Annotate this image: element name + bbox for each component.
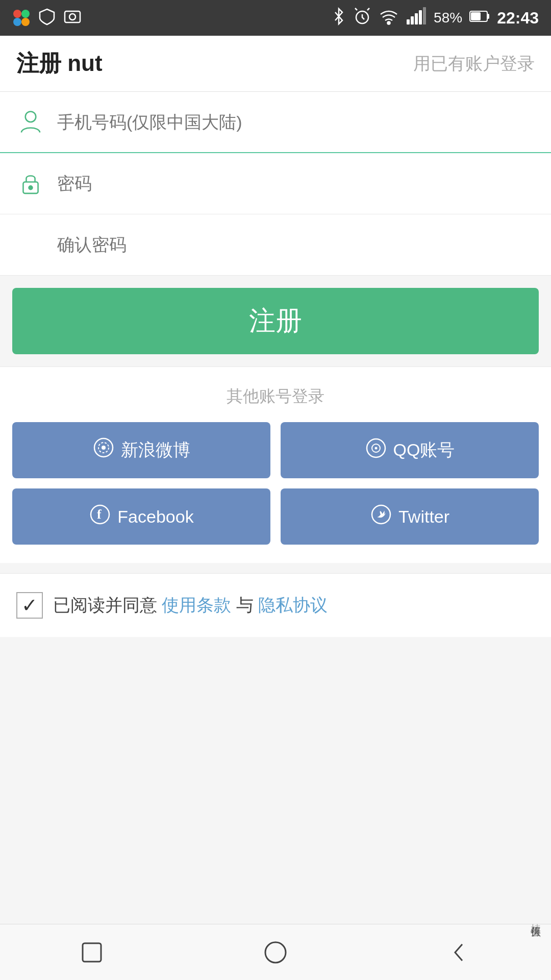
svg-point-18 (26, 111, 36, 122)
social-login-grid: 新浪微博 QQ账号 f (0, 422, 551, 563)
main-content: 注册 其他账号登录 新浪微博 (0, 92, 551, 924)
terms-prefix: 已阅读并同意 (53, 595, 162, 615)
person-icon (16, 108, 45, 136)
confirm-password-input[interactable] (57, 235, 535, 255)
svg-rect-30 (83, 943, 101, 962)
svg-rect-4 (65, 11, 80, 22)
terms-text: 已阅读并同意 使用条款 与 隐私协议 (53, 594, 328, 617)
phone-input[interactable] (57, 112, 535, 132)
battery-percent: 58% (434, 10, 462, 26)
svg-rect-12 (415, 13, 418, 24)
nav-recents-button[interactable] (74, 935, 110, 970)
svg-point-2 (13, 18, 21, 26)
page-title: 注册 nut (16, 48, 103, 79)
svg-point-20 (29, 186, 33, 189)
register-button[interactable]: 注册 (12, 288, 539, 354)
facebook-login-button[interactable]: f Facebook (12, 488, 270, 545)
wifi-icon (379, 7, 399, 29)
bluetooth-icon (332, 7, 346, 29)
weibo-icon (92, 436, 115, 464)
status-bar-left (12, 8, 82, 28)
twitter-login-button[interactable]: Twitter (281, 488, 539, 545)
svg-point-1 (21, 10, 30, 18)
lock-icon (16, 169, 45, 198)
privacy-policy-link[interactable]: 隐私协议 (258, 595, 328, 615)
checkmark-icon: ✓ (21, 594, 38, 617)
bottom-nav (0, 924, 551, 980)
svg-text:f: f (97, 507, 102, 522)
svg-point-26 (374, 447, 377, 450)
terms-checkbox[interactable]: ✓ (16, 592, 43, 619)
other-login-section: 其他账号登录 新浪微博 (0, 366, 551, 563)
qq-icon (365, 437, 387, 463)
terms-of-service-link[interactable]: 使用条款 (162, 595, 231, 615)
nav-back-button[interactable] (441, 935, 477, 970)
svg-rect-13 (419, 10, 422, 24)
register-btn-wrap: 注册 (0, 276, 551, 366)
facebook-icon: f (89, 503, 111, 530)
shield-icon (38, 8, 56, 28)
svg-point-23 (102, 446, 106, 450)
svg-line-8 (367, 8, 369, 10)
qq-label: QQ账号 (393, 438, 455, 462)
facebook-label: Facebook (117, 507, 193, 527)
svg-point-9 (388, 21, 390, 24)
terms-middle: 与 (231, 595, 258, 615)
signal-icon (406, 7, 427, 29)
confirm-password-field-row (0, 214, 551, 276)
app-header: 注册 nut 用已有账户登录 (0, 36, 551, 92)
svg-rect-16 (471, 12, 481, 20)
svg-rect-17 (487, 14, 489, 19)
app-icon-colorful (12, 9, 31, 27)
twitter-label: Twitter (398, 507, 449, 527)
weibo-login-button[interactable]: 新浪微博 (12, 422, 270, 478)
status-bar-right: 58% 22:43 (332, 7, 539, 29)
registration-form (0, 92, 551, 276)
terms-section: ✓ 已阅读并同意 使用条款 与 隐私协议 (0, 573, 551, 637)
svg-point-0 (13, 10, 21, 18)
svg-line-7 (355, 8, 357, 10)
svg-point-5 (69, 14, 76, 20)
photo-icon (63, 8, 82, 28)
watermark: 植 什么值得买 (529, 916, 543, 919)
qq-login-button[interactable]: QQ账号 (281, 422, 539, 478)
battery-icon (469, 9, 490, 27)
password-field-row (0, 153, 551, 214)
svg-point-31 (265, 942, 286, 963)
svg-rect-14 (423, 7, 426, 24)
twitter-icon (370, 503, 392, 530)
other-login-title: 其他账号登录 (0, 366, 551, 422)
password-input[interactable] (57, 174, 535, 193)
phone-field-row (0, 92, 551, 153)
login-link[interactable]: 用已有账户登录 (413, 52, 535, 76)
confirm-password-spacer (16, 231, 45, 259)
nav-home-button[interactable] (258, 935, 293, 970)
time-display: 22:43 (497, 9, 539, 28)
svg-rect-10 (407, 19, 410, 24)
weibo-label: 新浪微博 (121, 438, 190, 462)
svg-rect-11 (411, 16, 414, 24)
status-bar: 58% 22:43 (0, 0, 551, 36)
svg-point-3 (21, 18, 30, 26)
alarm-icon (353, 7, 371, 29)
